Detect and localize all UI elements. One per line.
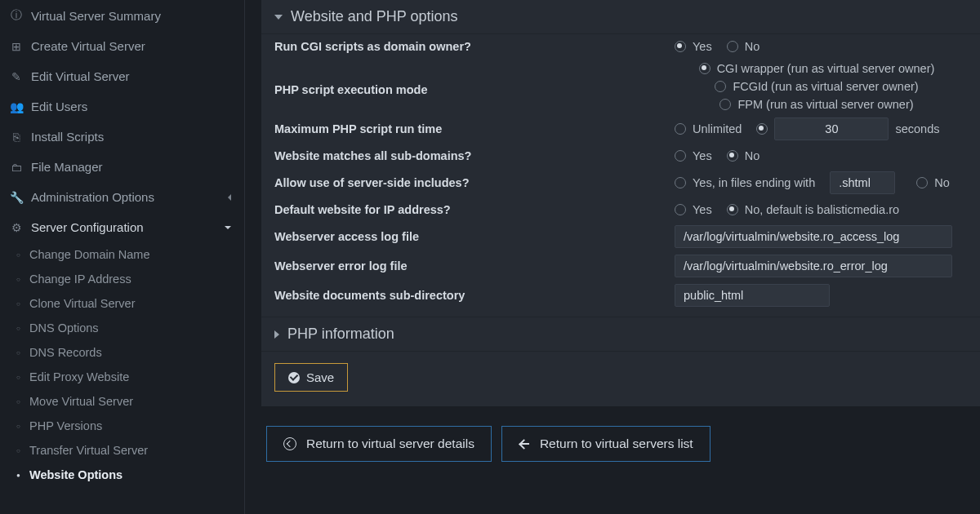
return-list-button[interactable]: Return to virtual servers list (501, 426, 710, 462)
sub-edit-proxy[interactable]: Edit Proxy Website (0, 365, 244, 389)
save-label: Save (306, 370, 334, 384)
access-log-input[interactable] (675, 225, 952, 248)
arrow-left-circle-icon (283, 437, 296, 450)
sidebar-item-label: Edit Virtual Server (31, 69, 130, 83)
users-icon: 👥 (8, 100, 24, 113)
defaultip-no-radio[interactable] (727, 204, 738, 215)
label-max-runtime: Maximum PHP script run time (274, 120, 675, 138)
sidebar-item-summary[interactable]: ⓘ Virtual Server Summary (0, 0, 244, 31)
defaultip-no-label: No, default is balisticmedia.ro (745, 203, 899, 216)
no-label: No (745, 149, 760, 162)
chevron-down-icon (274, 15, 283, 20)
label-error-log: Webserver error log file (274, 257, 675, 275)
edit-icon: ✎ (8, 70, 24, 83)
section-header-php-info[interactable]: PHP information (261, 317, 980, 352)
arrow-left-icon (519, 438, 530, 450)
row-ssi: Allow use of server-side includes? Yes, … (261, 168, 980, 197)
php-mode-fpm-label: FPM (run as virtual server owner) (737, 98, 913, 111)
row-doc-subdir: Website documents sub-directory (261, 281, 980, 317)
sub-move[interactable]: Move Virtual Server (0, 389, 244, 414)
label-doc-subdir: Website documents sub-directory (274, 286, 675, 304)
save-button[interactable]: Save (274, 363, 348, 392)
sidebar-item-server-config[interactable]: ⚙ Server Configuration (0, 212, 244, 242)
yes-label: Yes (693, 203, 712, 216)
sub-transfer[interactable]: Transfer Virtual Server (0, 438, 244, 463)
matchsub-yes-radio[interactable] (675, 150, 686, 162)
php-mode-fpm-radio[interactable] (719, 99, 731, 110)
ssi-no-radio[interactable] (916, 177, 928, 188)
sub-website-options[interactable]: Website Options (0, 463, 244, 487)
sidebar-item-admin-options[interactable]: 🔧 Administration Options (0, 182, 244, 212)
label-run-cgi: Run CGI scripts as domain owner? (274, 38, 675, 55)
website-php-panel: Website and PHP options Run CGI scripts … (261, 0, 980, 406)
defaultip-yes-radio[interactable] (675, 204, 686, 215)
sub-dns-records[interactable]: DNS Records (0, 340, 244, 365)
sidebar-item-label: File Manager (31, 160, 103, 174)
label-match-subdomains: Website matches all sub-domains? (274, 147, 675, 165)
sidebar-item-label: Administration Options (31, 190, 154, 204)
ssi-yes-label: Yes, in files ending with (693, 176, 815, 189)
server-config-submenu: Change Domain Name Change IP Address Clo… (0, 242, 244, 487)
php-mode-fcgid-label: FCGId (run as virtual server owner) (733, 80, 918, 93)
maxrun-seconds-input[interactable] (774, 117, 889, 140)
return-details-label: Return to virtual server details (306, 436, 474, 451)
info-icon: ⓘ (8, 8, 24, 23)
section-header-website-php[interactable]: Website and PHP options (261, 0, 980, 34)
sidebar-item-edit-server[interactable]: ✎ Edit Virtual Server (0, 61, 244, 91)
sub-change-domain[interactable]: Change Domain Name (0, 242, 244, 267)
sidebar-item-label: Virtual Server Summary (31, 9, 161, 23)
sidebar-item-label: Server Configuration (31, 220, 144, 234)
php-info-title: PHP information (287, 326, 394, 343)
bottom-buttons: Return to virtual server details Return … (261, 406, 980, 481)
maxrun-value-radio[interactable] (756, 123, 768, 135)
run-cgi-yes-radio[interactable] (675, 41, 686, 52)
sub-dns-options[interactable]: DNS Options (0, 316, 244, 340)
row-default-ip: Default website for IP address? Yes No, … (261, 197, 980, 222)
install-icon: ⎘ (8, 131, 24, 144)
folder-icon: 🗀 (8, 161, 24, 174)
row-match-subdomains: Website matches all sub-domains? Yes No (261, 144, 980, 168)
ssi-yes-radio[interactable] (675, 177, 686, 188)
sub-php-versions[interactable]: PHP Versions (0, 414, 244, 438)
php-mode-cgiwrapper-radio[interactable] (699, 63, 710, 74)
sidebar-item-create[interactable]: ⊞ Create Virtual Server (0, 31, 244, 61)
error-log-input[interactable] (675, 255, 952, 277)
plus-square-icon: ⊞ (8, 40, 24, 53)
sidebar-item-file-manager[interactable]: 🗀 File Manager (0, 152, 244, 182)
sidebar-item-install-scripts[interactable]: ⎘ Install Scripts (0, 122, 244, 152)
section-title: Website and PHP options (291, 8, 457, 25)
doc-subdir-input[interactable] (675, 284, 830, 307)
check-circle-icon (288, 372, 300, 383)
no-label: No (745, 40, 760, 53)
sidebar: ⓘ Virtual Server Summary ⊞ Create Virtua… (0, 0, 245, 514)
sidebar-item-edit-users[interactable]: 👥 Edit Users (0, 91, 244, 122)
label-access-log: Webserver access log file (274, 228, 675, 246)
return-details-button[interactable]: Return to virtual server details (266, 426, 492, 462)
row-error-log: Webserver error log file (261, 251, 980, 281)
row-php-mode: PHP script execution mode CGI wrapper (r… (261, 59, 980, 114)
sidebar-item-label: Install Scripts (31, 130, 104, 144)
sidebar-item-label: Create Virtual Server (31, 39, 145, 53)
php-mode-fcgid-radio[interactable] (715, 81, 726, 92)
sub-clone[interactable]: Clone Virtual Server (0, 291, 244, 316)
run-cgi-no-radio[interactable] (727, 41, 738, 52)
label-ssi: Allow use of server-side includes? (274, 174, 675, 192)
sub-change-ip[interactable]: Change IP Address (0, 267, 244, 291)
row-access-log: Webserver access log file (261, 222, 980, 251)
maxrun-unlimited-radio[interactable] (675, 123, 686, 135)
no-label: No (934, 176, 950, 189)
wrench-icon: 🔧 (8, 191, 24, 204)
save-row: Save (261, 352, 980, 406)
seconds-label: seconds (895, 122, 939, 135)
row-run-cgi: Run CGI scripts as domain owner? Yes No (261, 34, 980, 59)
label-default-ip: Default website for IP address? (274, 201, 675, 219)
ssi-ext-input[interactable] (830, 171, 895, 194)
maxrun-unlimited-label: Unlimited (693, 122, 742, 135)
php-mode-cgiwrapper-label: CGI wrapper (run as virtual server owner… (717, 62, 935, 75)
matchsub-no-radio[interactable] (727, 150, 738, 162)
row-max-runtime: Maximum PHP script run time Unlimited se… (261, 114, 980, 144)
return-list-label: Return to virtual servers list (540, 436, 693, 451)
gears-icon: ⚙ (8, 221, 24, 234)
chevron-right-icon (274, 330, 279, 339)
yes-label: Yes (693, 40, 712, 53)
